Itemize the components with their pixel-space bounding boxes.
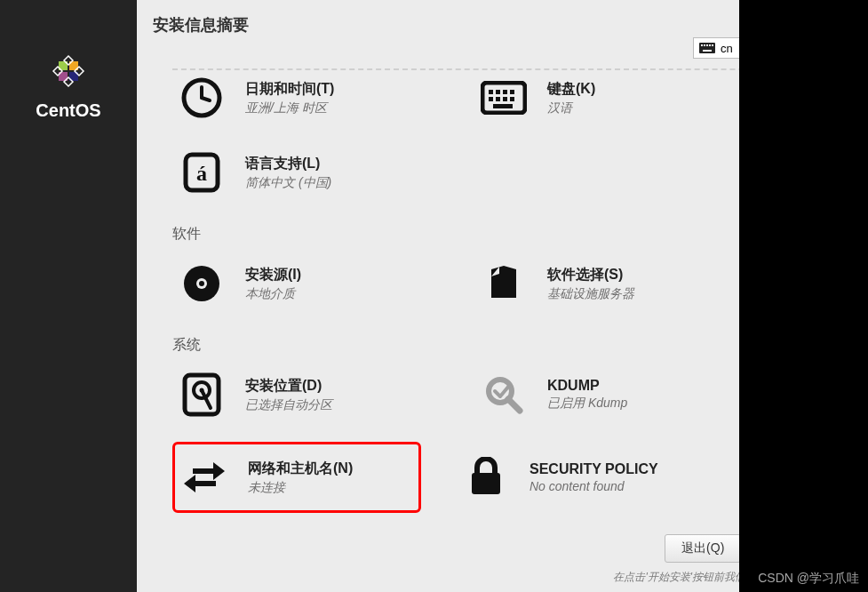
svg-rect-4 <box>699 43 715 53</box>
help-button[interactable]: 帮助！ <box>798 36 852 60</box>
keyboard-mini-icon <box>699 43 715 53</box>
svg-text:á: á <box>196 162 207 185</box>
svg-rect-22 <box>510 97 514 101</box>
keyboard-icon <box>480 74 528 122</box>
item-software-selection[interactable]: 软件选择(S) 基础设施服务器 <box>474 256 741 311</box>
svg-rect-23 <box>493 104 513 108</box>
language-title: 语言支持(L) <box>245 155 331 173</box>
source-sub: 本地介质 <box>245 286 301 302</box>
software-section-label: 软件 <box>172 225 850 244</box>
svg-rect-16 <box>496 90 500 94</box>
item-security[interactable]: SECURITY POLICY No content found <box>457 442 723 513</box>
datetime-sub: 亚洲/上海 时区 <box>245 100 334 116</box>
keyboard-layout-selector[interactable]: cn <box>693 37 791 59</box>
svg-rect-15 <box>489 90 493 94</box>
lock-icon <box>462 453 510 501</box>
language-icon: á <box>178 148 226 196</box>
keyboard-title: 键盘(K) <box>547 80 595 99</box>
selection-sub: 基础设施服务器 <box>547 286 634 302</box>
svg-line-13 <box>202 98 210 100</box>
svg-point-28 <box>199 281 204 286</box>
source-title: 安装源(I) <box>245 266 301 284</box>
svg-rect-19 <box>489 97 493 101</box>
keyboard-sub: 汉语 <box>547 100 595 116</box>
svg-line-34 <box>508 399 520 411</box>
begin-install-button[interactable]: 开始安装(B) <box>752 534 852 563</box>
network-title: 网络和主机名(N) <box>248 460 353 478</box>
svg-rect-18 <box>510 90 514 94</box>
security-title: SECURITY POLICY <box>530 461 658 477</box>
svg-rect-7 <box>706 44 708 46</box>
svg-rect-35 <box>472 473 500 494</box>
language-sub: 简体中文 (中国) <box>245 175 331 191</box>
system-section-label: 系统 <box>172 336 850 355</box>
destination-title: 安装位置(D) <box>245 377 332 396</box>
network-arrows-icon <box>180 453 228 501</box>
kdump-title: KDUMP <box>547 378 627 394</box>
quit-button[interactable]: 退出(Q) <box>665 534 741 563</box>
kdump-sub: 已启用 Kdump <box>547 396 627 412</box>
lang-code: cn <box>721 42 733 55</box>
svg-rect-21 <box>503 97 507 101</box>
item-destination[interactable]: 安装位置(D) 已选择自动分区 <box>172 367 439 422</box>
destination-sub: 已选择自动分区 <box>245 397 332 413</box>
item-datetime[interactable]: 日期和时间(T) 亚洲/上海 时区 <box>172 70 439 125</box>
svg-rect-10 <box>703 50 712 52</box>
item-language[interactable]: á 语言支持(L) 简体中文 (中国) <box>172 145 439 200</box>
item-keyboard[interactable]: 键盘(K) 汉语 <box>474 70 741 125</box>
centos-logo-icon <box>46 49 91 93</box>
svg-rect-20 <box>496 97 500 101</box>
security-sub: No content found <box>530 479 658 493</box>
install-label: CENTOS 7 安装 <box>693 14 852 31</box>
selection-title: 软件选择(S) <box>547 266 634 284</box>
datetime-title: 日期和时间(T) <box>245 80 334 99</box>
disc-icon <box>178 260 226 308</box>
harddisk-icon <box>178 371 226 419</box>
main-panel: 安装信息摘要 CENTOS 7 安装 cn 帮助！ <box>137 0 868 592</box>
sidebar: CentOS <box>0 0 137 592</box>
brand-label: CentOS <box>36 100 100 121</box>
package-icon <box>480 260 528 308</box>
item-network[interactable]: 网络和主机名(N) 未连接 <box>172 442 421 513</box>
network-sub: 未连接 <box>248 480 353 496</box>
svg-rect-6 <box>704 44 705 46</box>
page-title: 安装信息摘要 <box>153 14 249 36</box>
watermark: CSDN @学习爪哇 <box>758 571 859 587</box>
svg-rect-17 <box>503 90 507 94</box>
item-kdump[interactable]: KDUMP 已启用 Kdump <box>474 367 741 422</box>
svg-rect-5 <box>701 44 703 46</box>
svg-rect-9 <box>712 44 713 46</box>
item-install-source[interactable]: 安装源(I) 本地介质 <box>172 256 439 311</box>
kdump-icon <box>480 371 528 419</box>
svg-rect-8 <box>709 44 711 46</box>
clock-icon <box>178 74 226 122</box>
